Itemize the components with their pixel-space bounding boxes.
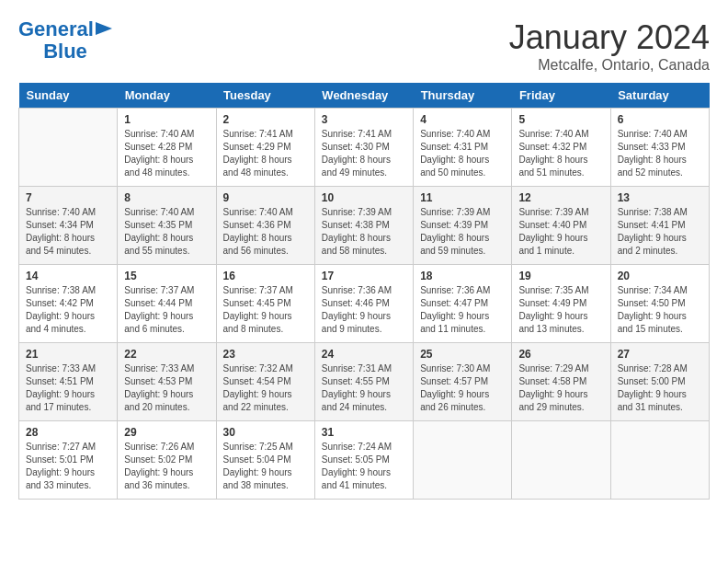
day-header-thursday: Thursday xyxy=(414,83,512,109)
day-header-friday: Friday xyxy=(512,83,610,109)
calendar-cell xyxy=(512,421,610,500)
cell-info: Sunrise: 7:41 AMSunset: 4:29 PMDaylight:… xyxy=(223,129,293,178)
cell-info: Sunrise: 7:40 AMSunset: 4:36 PMDaylight:… xyxy=(223,207,293,256)
calendar-cell xyxy=(414,421,512,500)
calendar-cell: 15 Sunrise: 7:37 AMSunset: 4:44 PMDaylig… xyxy=(118,265,216,343)
calendar-cell: 5 Sunrise: 7:40 AMSunset: 4:32 PMDayligh… xyxy=(512,109,610,187)
calendar-body: 1 Sunrise: 7:40 AMSunset: 4:28 PMDayligh… xyxy=(19,109,710,500)
calendar-cell: 30 Sunrise: 7:25 AMSunset: 5:04 PMDaylig… xyxy=(216,421,314,500)
day-number: 18 xyxy=(420,270,505,282)
calendar-cell: 6 Sunrise: 7:40 AMSunset: 4:33 PMDayligh… xyxy=(610,109,709,187)
cell-info: Sunrise: 7:27 AMSunset: 5:01 PMDaylight:… xyxy=(26,442,96,490)
calendar-cell: 29 Sunrise: 7:26 AMSunset: 5:02 PMDaylig… xyxy=(118,421,216,500)
day-number: 22 xyxy=(124,348,209,361)
calendar-week-5: 28 Sunrise: 7:27 AMSunset: 5:01 PMDaylig… xyxy=(19,421,710,500)
calendar-cell xyxy=(610,421,709,500)
day-number: 31 xyxy=(322,426,406,439)
calendar-week-2: 7 Sunrise: 7:40 AMSunset: 4:34 PMDayligh… xyxy=(19,187,710,265)
cell-info: Sunrise: 7:39 AMSunset: 4:38 PMDaylight:… xyxy=(322,207,392,256)
calendar-table: SundayMondayTuesdayWednesdayThursdayFrid… xyxy=(18,83,710,500)
calendar-cell xyxy=(19,109,118,187)
day-number: 25 xyxy=(420,348,505,361)
cell-info: Sunrise: 7:39 AMSunset: 4:40 PMDaylight:… xyxy=(518,207,588,256)
calendar-week-1: 1 Sunrise: 7:40 AMSunset: 4:28 PMDayligh… xyxy=(19,109,710,187)
day-number: 27 xyxy=(618,348,702,361)
calendar-cell: 4 Sunrise: 7:40 AMSunset: 4:31 PMDayligh… xyxy=(414,109,512,187)
calendar-cell: 13 Sunrise: 7:38 AMSunset: 4:41 PMDaylig… xyxy=(610,187,709,265)
cell-info: Sunrise: 7:29 AMSunset: 4:58 PMDaylight:… xyxy=(518,363,588,412)
day-header-tuesday: Tuesday xyxy=(216,83,314,109)
cell-info: Sunrise: 7:40 AMSunset: 4:31 PMDaylight:… xyxy=(420,129,490,178)
day-number: 23 xyxy=(223,348,308,361)
day-number: 21 xyxy=(26,348,110,361)
day-number: 29 xyxy=(124,426,209,439)
day-number: 19 xyxy=(518,270,603,282)
day-number: 30 xyxy=(223,426,308,439)
cell-info: Sunrise: 7:34 AMSunset: 4:50 PMDaylight:… xyxy=(618,285,688,334)
calendar-cell: 17 Sunrise: 7:36 AMSunset: 4:46 PMDaylig… xyxy=(314,265,413,343)
calendar-header-row: SundayMondayTuesdayWednesdayThursdayFrid… xyxy=(19,83,710,109)
calendar-cell: 19 Sunrise: 7:35 AMSunset: 4:49 PMDaylig… xyxy=(512,265,610,343)
cell-info: Sunrise: 7:28 AMSunset: 5:00 PMDaylight:… xyxy=(618,363,688,412)
title-block: January 2024 Metcalfe, Ontario, Canada xyxy=(509,18,710,74)
logo: General Blue xyxy=(18,18,112,63)
calendar-cell: 12 Sunrise: 7:39 AMSunset: 4:40 PMDaylig… xyxy=(512,187,610,265)
page-header: General Blue January 2024 Metcalfe, Onta… xyxy=(18,18,710,74)
day-header-monday: Monday xyxy=(118,83,216,109)
cell-info: Sunrise: 7:40 AMSunset: 4:28 PMDaylight:… xyxy=(124,129,194,178)
cell-info: Sunrise: 7:31 AMSunset: 4:55 PMDaylight:… xyxy=(322,363,392,412)
day-number: 11 xyxy=(420,191,505,204)
cell-info: Sunrise: 7:36 AMSunset: 4:46 PMDaylight:… xyxy=(322,285,392,334)
cell-info: Sunrise: 7:32 AMSunset: 4:54 PMDaylight:… xyxy=(223,363,293,412)
calendar-cell: 18 Sunrise: 7:36 AMSunset: 4:47 PMDaylig… xyxy=(414,265,512,343)
day-number: 10 xyxy=(322,191,406,204)
calendar-cell: 9 Sunrise: 7:40 AMSunset: 4:36 PMDayligh… xyxy=(216,187,314,265)
day-number: 26 xyxy=(518,348,603,361)
calendar-cell: 26 Sunrise: 7:29 AMSunset: 4:58 PMDaylig… xyxy=(512,343,610,421)
svg-marker-0 xyxy=(96,22,112,35)
day-number: 13 xyxy=(618,191,702,204)
location: Metcalfe, Ontario, Canada xyxy=(509,57,710,74)
day-number: 20 xyxy=(618,270,702,282)
calendar-cell: 7 Sunrise: 7:40 AMSunset: 4:34 PMDayligh… xyxy=(19,187,118,265)
calendar-cell: 21 Sunrise: 7:33 AMSunset: 4:51 PMDaylig… xyxy=(19,343,118,421)
cell-info: Sunrise: 7:37 AMSunset: 4:44 PMDaylight:… xyxy=(124,285,194,334)
cell-info: Sunrise: 7:41 AMSunset: 4:30 PMDaylight:… xyxy=(322,129,392,178)
day-number: 12 xyxy=(518,191,603,204)
day-header-saturday: Saturday xyxy=(610,83,709,109)
cell-info: Sunrise: 7:33 AMSunset: 4:53 PMDaylight:… xyxy=(124,363,194,412)
day-number: 15 xyxy=(124,270,209,282)
day-number: 7 xyxy=(26,191,110,204)
cell-info: Sunrise: 7:38 AMSunset: 4:41 PMDaylight:… xyxy=(618,207,688,256)
cell-info: Sunrise: 7:24 AMSunset: 5:05 PMDaylight:… xyxy=(322,442,392,490)
day-number: 4 xyxy=(420,113,505,126)
day-number: 8 xyxy=(124,191,209,204)
calendar-week-3: 14 Sunrise: 7:38 AMSunset: 4:42 PMDaylig… xyxy=(19,265,710,343)
day-number: 28 xyxy=(26,426,110,439)
cell-info: Sunrise: 7:40 AMSunset: 4:34 PMDaylight:… xyxy=(26,207,96,256)
month-title: January 2024 xyxy=(509,18,710,57)
calendar-cell: 31 Sunrise: 7:24 AMSunset: 5:05 PMDaylig… xyxy=(314,421,413,500)
logo-text2: Blue xyxy=(43,40,87,63)
day-number: 24 xyxy=(322,348,406,361)
calendar-cell: 22 Sunrise: 7:33 AMSunset: 4:53 PMDaylig… xyxy=(118,343,216,421)
cell-info: Sunrise: 7:40 AMSunset: 4:33 PMDaylight:… xyxy=(618,129,688,178)
calendar-cell: 2 Sunrise: 7:41 AMSunset: 4:29 PMDayligh… xyxy=(216,109,314,187)
cell-info: Sunrise: 7:40 AMSunset: 4:32 PMDaylight:… xyxy=(518,129,588,178)
calendar-cell: 1 Sunrise: 7:40 AMSunset: 4:28 PMDayligh… xyxy=(118,109,216,187)
cell-info: Sunrise: 7:38 AMSunset: 4:42 PMDaylight:… xyxy=(26,285,96,334)
calendar-cell: 8 Sunrise: 7:40 AMSunset: 4:35 PMDayligh… xyxy=(118,187,216,265)
cell-info: Sunrise: 7:25 AMSunset: 5:04 PMDaylight:… xyxy=(223,442,293,490)
cell-info: Sunrise: 7:33 AMSunset: 4:51 PMDaylight:… xyxy=(26,363,96,412)
calendar-cell: 24 Sunrise: 7:31 AMSunset: 4:55 PMDaylig… xyxy=(314,343,413,421)
day-number: 3 xyxy=(322,113,406,126)
calendar-cell: 11 Sunrise: 7:39 AMSunset: 4:39 PMDaylig… xyxy=(414,187,512,265)
day-number: 6 xyxy=(618,113,702,126)
calendar-cell: 16 Sunrise: 7:37 AMSunset: 4:45 PMDaylig… xyxy=(216,265,314,343)
day-number: 1 xyxy=(124,113,209,126)
cell-info: Sunrise: 7:40 AMSunset: 4:35 PMDaylight:… xyxy=(124,207,194,256)
calendar-cell: 23 Sunrise: 7:32 AMSunset: 4:54 PMDaylig… xyxy=(216,343,314,421)
day-number: 17 xyxy=(322,270,406,282)
day-number: 16 xyxy=(223,270,308,282)
calendar-cell: 14 Sunrise: 7:38 AMSunset: 4:42 PMDaylig… xyxy=(19,265,118,343)
